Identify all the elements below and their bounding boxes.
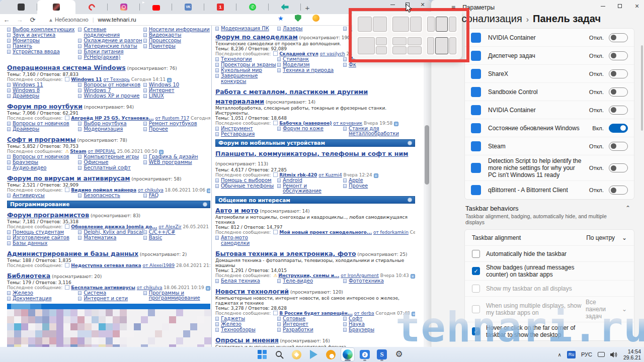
reload-icon[interactable]: ⟳ xyxy=(26,16,39,24)
subforum-link[interactable]: Интернет xyxy=(283,322,308,327)
subforum-link[interactable]: Система xyxy=(84,291,106,296)
subforum-link[interactable]: Помощь с выбором xyxy=(221,178,272,184)
collapse-icon[interactable] xyxy=(408,141,412,145)
collapse-icon[interactable] xyxy=(408,198,412,202)
subforum-link[interactable]: Материнские платы xyxy=(84,44,137,49)
last-post-author-link[interactable]: от vasilych xyxy=(320,51,345,56)
subforum-link[interactable]: Железо xyxy=(13,291,33,296)
last-post-title-link[interactable]: Steam xyxy=(70,149,86,154)
subforum-link[interactable]: Фк xyxy=(349,62,356,68)
subforum-link[interactable]: Кукольный мир xyxy=(221,68,262,73)
last-post-title-link[interactable]: Апгрейд HP 25 G5. Установка... xyxy=(71,116,153,121)
subforum-link[interactable]: Инструмент xyxy=(221,126,253,132)
pinned-tab[interactable] xyxy=(269,0,301,14)
last-post-title-link[interactable]: Видимо поймал майнера xyxy=(71,188,136,193)
subforum-link[interactable]: Windows 7 xyxy=(84,88,111,94)
taskbar-behaviors-header[interactable]: Taskbar behaviors Taskbar alignment, bad… xyxy=(464,200,634,229)
subforum-link[interactable]: Станки для металлообработки xyxy=(349,126,415,137)
subforum-link[interactable]: Delphi, Kylix and Pascal xyxy=(84,230,143,235)
last-post-author-link[interactable]: от chikulya xyxy=(137,285,163,290)
subforum-link[interactable]: WEB программы xyxy=(149,160,192,165)
subforum-link[interactable]: Изготовление сайтов xyxy=(13,235,69,241)
subforum-link[interactable]: Антивирусы xyxy=(13,193,45,199)
subforum-link[interactable]: Windows 11 xyxy=(13,82,43,88)
subforum-link[interactable]: Теле-видео xyxy=(283,279,313,284)
subforum-link[interactable]: Документация xyxy=(13,296,51,302)
last-post-author-link[interactable]: от IronArgument xyxy=(341,273,379,278)
subforum-link[interactable]: Программы и программирование xyxy=(149,291,210,301)
collapse-icon[interactable] xyxy=(203,202,207,207)
settings-checkbox-row[interactable]: Hover or click on the far corner of task… xyxy=(465,322,634,340)
pinned-tab[interactable] xyxy=(140,0,172,14)
subforum-link[interactable]: FAQ xyxy=(149,193,158,199)
speaker-icon[interactable] xyxy=(610,351,618,358)
subforum-link[interactable]: Софт xyxy=(349,316,362,322)
last-post-title-link[interactable]: Мой новый проект самодельного... xyxy=(279,230,372,235)
goto-last-post-icon[interactable]: » xyxy=(206,286,210,291)
minimize-icon[interactable] xyxy=(389,2,395,8)
settings-gear-icon[interactable]: ⚙ xyxy=(392,348,406,361)
subforum-link[interactable]: Базы данных xyxy=(13,241,47,246)
subforum-link[interactable]: Устройства ввода xyxy=(13,49,60,55)
subforum-link[interactable]: Сетевые подключения xyxy=(84,27,143,38)
last-post-author-link[interactable]: от derba xyxy=(354,311,374,316)
subforum-link[interactable]: Интернет xyxy=(149,88,175,94)
subforum-link[interactable]: Видеокарты xyxy=(149,33,182,38)
last-post-title-link[interactable]: Бабочка (наверное) xyxy=(279,121,332,126)
chevron-up-icon[interactable]: ⌃ xyxy=(625,205,630,212)
toggle-switch[interactable] xyxy=(609,124,628,133)
subforum-link[interactable]: C/C++/C# xyxy=(149,230,176,235)
subforum-link[interactable]: Звук и акустика xyxy=(13,33,55,38)
subforum-link[interactable]: Форум по коже xyxy=(283,126,324,132)
subforum-link[interactable]: LINUX xyxy=(149,94,164,99)
subforum-link[interactable]: Бесплатный софт xyxy=(84,165,131,171)
subforum-link[interactable]: Гаджеты xyxy=(221,316,245,322)
goto-last-post-icon[interactable]: » xyxy=(394,122,398,126)
forum-title-link[interactable]: Администрирование и базы данных xyxy=(7,250,138,257)
subforum-link[interactable]: Блоки питания xyxy=(84,49,123,55)
settings-scrollbar[interactable] xyxy=(641,45,643,131)
category-header[interactable]: Форум по мобильным устройствам xyxy=(215,139,415,147)
pinned-tab[interactable] xyxy=(5,0,37,14)
category-header[interactable]: Программирование xyxy=(7,201,210,208)
subforum-link[interactable]: Белая техника xyxy=(221,279,260,284)
checkbox-checked[interactable] xyxy=(472,267,480,275)
display-tray-icon[interactable] xyxy=(598,352,605,357)
last-post-title-link[interactable]: Инструкции, схемы и... xyxy=(278,273,339,278)
tray-chevron-up-icon[interactable]: ∧ xyxy=(558,352,561,357)
close-icon[interactable]: × xyxy=(420,1,426,9)
subforum-link[interactable]: Компьютерные игры xyxy=(84,154,139,160)
yellow-app-icon[interactable] xyxy=(290,348,303,361)
subforum-link[interactable]: Вопросы от новичков xyxy=(13,154,69,160)
subforum-link[interactable]: Лазеры xyxy=(283,26,302,32)
forum-title-link[interactable]: Форум программистов xyxy=(7,211,89,219)
last-post-author-link[interactable]: от IMPERIAL xyxy=(88,149,116,154)
subforum-link[interactable]: Завершенные конкурсы xyxy=(221,73,277,84)
subforum-link[interactable]: Технообзоры xyxy=(221,327,256,333)
blue-clock-app-icon[interactable]: 2 xyxy=(358,348,371,361)
subforum-link[interactable]: Windows 10 xyxy=(149,82,180,88)
last-post-author-link[interactable]: от Rustem 717 xyxy=(155,116,190,121)
subforum-link[interactable]: Помощь студентам xyxy=(13,230,64,235)
subforum-link[interactable]: Технологии xyxy=(221,57,252,62)
last-post-title-link[interactable]: В России будет запрещён... xyxy=(279,311,353,316)
goto-last-post-icon[interactable]: » xyxy=(207,189,210,193)
subforum-link[interactable]: Обычные телефоны xyxy=(221,184,274,189)
subforum-link[interactable]: Моделизм xyxy=(283,62,310,68)
toggle-switch[interactable] xyxy=(609,51,628,60)
subforum-link[interactable]: Прочее xyxy=(149,127,168,132)
security-label[interactable]: Небезопасно xyxy=(55,17,89,23)
subforum-link[interactable]: Носители информации xyxy=(149,27,210,33)
subforum-link[interactable]: Стимпанк xyxy=(283,57,309,62)
subforum-link[interactable]: Модернизация ПК xyxy=(221,26,269,32)
last-post-author-link[interactable]: от fedorkamkin xyxy=(373,230,409,235)
subforum-link[interactable]: Процессоры xyxy=(149,38,181,44)
subforum-link[interactable]: Браузеры xyxy=(13,160,38,165)
subforum-link[interactable]: Аудио-видео xyxy=(13,165,46,171)
subforum-link[interactable]: Наука xyxy=(349,322,365,327)
settings-minimize-icon[interactable] xyxy=(600,3,606,9)
last-post-author-link[interactable]: от Технарь xyxy=(104,77,130,82)
search-icon[interactable] xyxy=(273,348,286,361)
last-post-title-link[interactable]: Обновление движка Joomla до... xyxy=(71,224,157,229)
subforum-link[interactable]: Безопасность xyxy=(84,193,120,199)
